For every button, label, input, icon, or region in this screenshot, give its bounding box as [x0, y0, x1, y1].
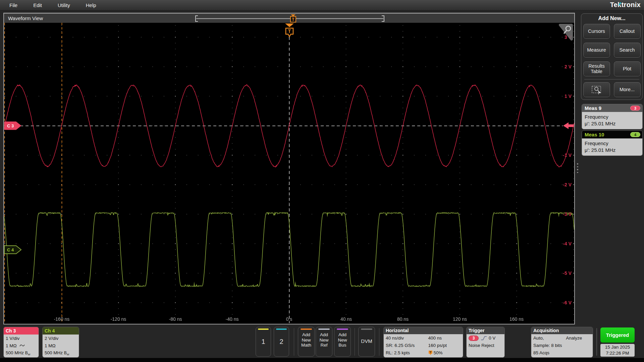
time-label: 7:22:26 PM	[600, 350, 635, 356]
svg-text:T: T	[429, 351, 431, 354]
bandwidth-limit-icon: BW	[25, 351, 31, 355]
trigger-mode: Noise Reject	[469, 342, 504, 349]
bottom-bar-separator	[294, 328, 294, 356]
voltage-label: -4 V	[563, 241, 572, 247]
time-label: -160 ns	[48, 316, 76, 322]
channel-3-badge-header: Ch 3	[4, 327, 39, 335]
trigger-level-arrow-icon[interactable]	[563, 122, 574, 130]
channel-4-bandwidth: 500 MHz BW	[45, 349, 79, 358]
time-label: 160 ns	[502, 316, 531, 322]
dvm-color-stripe	[361, 328, 372, 330]
meas-9-body: Frequency μ': 25.01 MHz	[582, 112, 642, 129]
channel-3-marker[interactable]: C 3	[4, 121, 22, 130]
channel-3-badge-body: 1 V/div 1 MΩ 500 MHz BW	[4, 335, 39, 358]
menu-file[interactable]: File	[9, 2, 17, 8]
search-button[interactable]: Search	[614, 43, 641, 58]
menu-utility[interactable]: Utility	[58, 2, 70, 8]
time-label: 80 ns	[389, 316, 417, 322]
add-new-ref-button[interactable]: AddNewRef	[316, 327, 332, 357]
graticule-area[interactable]: 3 V2 V1 V-1 V-2 V-3 V-4 V-5 V-6 V -160 n…	[4, 23, 574, 323]
channel-4-impedance: 1 MΩ	[45, 342, 79, 350]
waveform-view-titlebar: Waveform View T	[4, 13, 574, 23]
voltage-label: 2 V	[565, 64, 572, 70]
meas-9-value: μ': 25.01 MHz	[585, 120, 642, 127]
bottom-bar-separator	[379, 328, 379, 356]
channel-4-badge-header: Ch 4	[43, 327, 79, 335]
zoom-select-icon	[591, 85, 602, 95]
more-button[interactable]: More...	[614, 82, 641, 97]
channel-3-impedance: 1 MΩ	[6, 342, 39, 350]
menu-help[interactable]: Help	[86, 2, 96, 8]
meas-10-source-badge: 4	[630, 132, 640, 137]
time-label: -120 ns	[104, 316, 132, 322]
menu-bar: File Edit Utility Help Tektronix	[0, 0, 644, 11]
add-new-bus-button[interactable]: AddNewBus	[334, 327, 351, 357]
plot-button[interactable]: Plot	[614, 61, 641, 76]
trigger-position-flag[interactable]: T	[284, 23, 294, 39]
channel-3-badge[interactable]: Ch 3 1 V/div 1 MΩ 500 MHz BW	[3, 327, 39, 358]
zoom-select-button[interactable]	[583, 82, 610, 97]
time-label: 120 ns	[446, 316, 474, 322]
trigger-level: 0 V	[489, 335, 495, 342]
meas-10-type: Frequency	[585, 140, 642, 147]
acquisition-panel-body: Auto,Analyze Sample: 8 bits 85 Acqs	[531, 334, 593, 358]
meas-9-card[interactable]: Meas 9 3 Frequency μ': 25.01 MHz	[582, 104, 643, 129]
add-new-panel: Add New... Cursors Callout Measure Searc…	[581, 13, 643, 100]
math-color-stripe	[301, 328, 312, 330]
channel-4-marker[interactable]: C 4	[4, 245, 22, 254]
bottom-bar-separator	[355, 328, 355, 356]
time-label: -40 ns	[218, 316, 246, 322]
acquisition-panel-header: Acquisition	[531, 327, 593, 334]
channel-4-badge-body: 2 V/div 1 MΩ 500 MHz BW	[43, 335, 79, 358]
rising-edge-icon	[480, 336, 487, 341]
cursors-button[interactable]: Cursors	[583, 24, 610, 39]
horizontal-pan-scrollbar[interactable]: T	[191, 14, 388, 23]
channel-4-badge[interactable]: Ch 4 2 V/div 1 MΩ 500 MHz BW	[42, 327, 79, 358]
waveform-canvas	[4, 23, 574, 323]
horizontal-panel-header: Horizontal	[384, 327, 463, 334]
voltage-label: -1 V	[563, 152, 572, 158]
waveform-view-panel: Waveform View T 3 V2 V1 V-1 V-2 V-3 V-4 …	[3, 13, 575, 324]
meas-10-body: Frequency μ': 25.01 MHz	[582, 138, 642, 156]
results-table-button[interactable]: Results Table	[583, 61, 610, 76]
scrollbar-trigger-letter: T	[292, 17, 294, 22]
meas-10-card[interactable]: Meas 10 4 Frequency μ': 25.01 MHz	[582, 130, 643, 156]
voltage-label: -2 V	[563, 182, 572, 188]
time-label: 0 s	[275, 316, 303, 322]
channel-2-button[interactable]: 2	[274, 327, 289, 357]
ac-coupling-icon	[19, 344, 25, 347]
trigger-source-badge: 3	[469, 336, 479, 341]
svg-text:C 3: C 3	[7, 123, 14, 128]
channel-3-bandwidth: 500 MHz BW	[6, 349, 39, 358]
channel-1-button[interactable]: 1	[256, 327, 271, 357]
voltage-label: -3 V	[563, 211, 572, 217]
meas-9-source-badge: 3	[630, 106, 640, 111]
channel-3-scale: 1 V/div	[6, 335, 39, 342]
menu-edit[interactable]: Edit	[33, 2, 42, 8]
meas-10-value: μ': 25.01 MHz	[585, 147, 642, 154]
dvm-button[interactable]: DVM	[358, 327, 375, 357]
ref-color-stripe	[318, 328, 330, 330]
meas-10-header: Meas 10 4	[582, 131, 642, 138]
horizontal-panel-body: 40 ns/div400 ns SR: 6.25 GS/s160 ps/pt R…	[384, 334, 463, 358]
trigger-panel[interactable]: Trigger 3 0 V Noise Reject	[466, 327, 505, 358]
add-new-math-button[interactable]: AddNewMath	[298, 327, 315, 357]
add-new-title: Add New...	[581, 15, 642, 21]
triggered-status-badge[interactable]: Triggered	[600, 327, 635, 343]
bottom-black-strip	[0, 358, 644, 362]
channel-1-color-stripe	[258, 328, 269, 330]
voltage-label: 1 V	[565, 93, 572, 99]
channel-4-scale: 2 V/div	[45, 335, 79, 342]
acquisition-panel[interactable]: Acquisition Auto,Analyze Sample: 8 bits …	[531, 327, 593, 358]
bandwidth-limit-icon: BW	[64, 351, 69, 355]
voltage-label: -5 V	[563, 270, 572, 276]
horizontal-panel[interactable]: Horizontal 40 ns/div400 ns SR: 6.25 GS/s…	[383, 327, 463, 358]
measure-button[interactable]: Measure	[583, 43, 610, 58]
time-label: -80 ns	[161, 316, 190, 322]
channel-2-color-stripe	[276, 328, 287, 330]
callout-button[interactable]: Callout	[614, 24, 641, 39]
panel-divider-handle[interactable]	[577, 163, 579, 175]
date-label: 15 Jan 2025	[600, 344, 635, 350]
corner-zoom-icon[interactable]	[558, 23, 574, 42]
trigger-panel-body: 3 0 V Noise Reject	[467, 334, 504, 358]
